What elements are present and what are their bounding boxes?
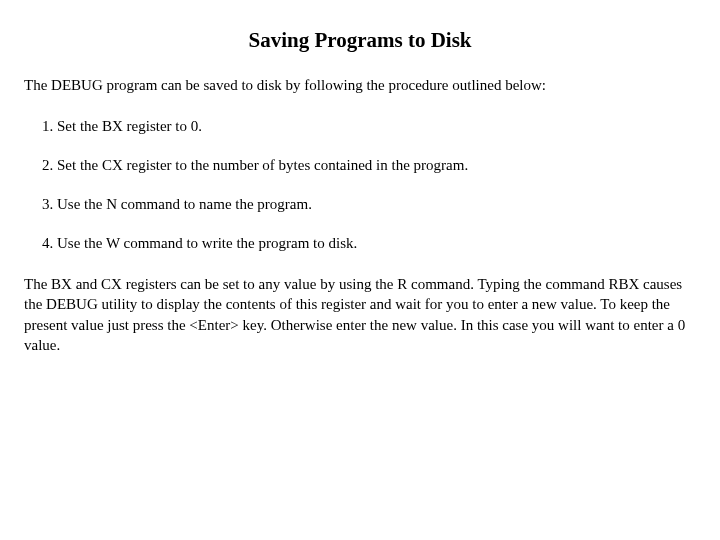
intro-paragraph: The DEBUG program can be saved to disk b… [24, 75, 696, 96]
step-item: 2. Set the CX register to the number of … [42, 155, 696, 176]
closing-paragraph: The BX and CX registers can be set to an… [24, 274, 696, 355]
step-item: 4. Use the W command to write the progra… [42, 233, 696, 254]
step-item: 3. Use the N command to name the program… [42, 194, 696, 215]
step-item: 1. Set the BX register to 0. [42, 116, 696, 137]
steps-list: 1. Set the BX register to 0. 2. Set the … [42, 116, 696, 254]
page-title: Saving Programs to Disk [24, 28, 696, 53]
